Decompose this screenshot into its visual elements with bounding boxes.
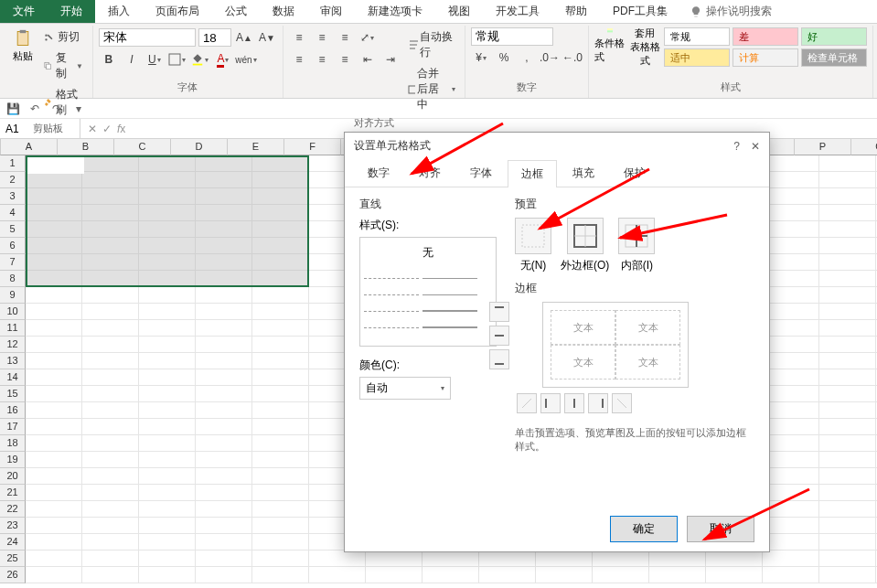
border-diag2-button[interactable] (612, 393, 632, 413)
font-size-select[interactable] (198, 28, 231, 47)
italic-button[interactable]: I (122, 49, 142, 69)
cell[interactable] (819, 320, 876, 337)
align-left-button[interactable]: ≡ (289, 49, 309, 69)
row-header[interactable]: 9 (0, 287, 26, 304)
border-hmid-button[interactable] (489, 326, 509, 346)
accounting-button[interactable]: ¥▾ (471, 48, 491, 68)
cell[interactable] (366, 567, 422, 583)
format-table-button[interactable]: 套用 表格格式 (629, 27, 660, 64)
cancel-button[interactable]: 取消 (687, 516, 754, 542)
cell[interactable] (649, 551, 706, 567)
row-header[interactable]: 5 (0, 221, 26, 238)
cell[interactable] (82, 551, 139, 567)
cell[interactable] (196, 485, 252, 501)
increase-indent-button[interactable]: ⇥ (380, 49, 401, 69)
cell[interactable] (82, 320, 139, 337)
cell[interactable] (536, 551, 593, 567)
cell[interactable] (763, 287, 819, 304)
cell[interactable] (26, 287, 82, 304)
cell[interactable] (196, 551, 252, 567)
cell[interactable] (593, 551, 649, 567)
row-header[interactable]: 19 (0, 452, 26, 468)
border-preview[interactable]: 文本 文本 文本 文本 (542, 302, 689, 388)
cell[interactable] (819, 238, 876, 254)
cell[interactable] (82, 501, 139, 518)
cell[interactable] (139, 402, 196, 419)
cell[interactable] (763, 501, 819, 518)
cell[interactable] (26, 353, 82, 369)
row-header[interactable]: 4 (0, 205, 26, 221)
increase-decimal-button[interactable]: .0→ (540, 48, 560, 68)
col-header[interactable]: Q (851, 139, 877, 155)
tab-layout[interactable]: 页面布局 (143, 0, 212, 23)
cell[interactable] (763, 188, 819, 205)
cell[interactable] (82, 287, 139, 304)
cell[interactable] (706, 567, 763, 583)
copy-button[interactable]: 复制▼ (39, 48, 87, 83)
cell[interactable] (819, 287, 876, 304)
row-header[interactable]: 17 (0, 419, 26, 435)
font-name-select[interactable] (99, 28, 196, 47)
cell[interactable] (139, 304, 196, 320)
cell[interactable] (819, 551, 876, 567)
number-format-select[interactable] (471, 27, 553, 46)
cell[interactable] (139, 419, 196, 435)
cell[interactable] (366, 551, 422, 567)
bold-button[interactable]: B (99, 49, 119, 69)
cell[interactable] (252, 534, 309, 551)
cell[interactable] (763, 337, 819, 353)
cell[interactable] (196, 320, 252, 337)
row-header[interactable]: 11 (0, 320, 26, 337)
border-bottom-button[interactable] (489, 349, 509, 369)
cell[interactable] (479, 551, 536, 567)
cell[interactable] (139, 353, 196, 369)
row-header[interactable]: 21 (0, 485, 26, 501)
underline-button[interactable]: U▾ (144, 49, 165, 69)
cell[interactable] (819, 172, 876, 188)
style-option-none[interactable]: 无 (364, 241, 492, 264)
row-header[interactable]: 1 (0, 155, 26, 172)
cell[interactable] (252, 304, 309, 320)
row-header[interactable]: 16 (0, 402, 26, 419)
fb-cancel[interactable]: ✕ (88, 123, 97, 135)
cell[interactable] (819, 221, 876, 238)
cell[interactable] (819, 567, 876, 583)
cell[interactable] (139, 468, 196, 485)
tab-data[interactable]: 数据 (260, 0, 307, 23)
tab-pdf[interactable]: PDF工具集 (600, 0, 680, 23)
cell[interactable] (196, 419, 252, 435)
cell[interactable] (26, 567, 82, 583)
cell[interactable] (819, 518, 876, 534)
paste-button[interactable]: 粘贴 (9, 27, 36, 64)
phonetic-button[interactable]: wén▾ (236, 49, 256, 69)
cell[interactable] (763, 551, 819, 567)
cell[interactable] (252, 386, 309, 402)
cell[interactable] (252, 567, 309, 583)
cell[interactable] (82, 518, 139, 534)
cell[interactable] (139, 501, 196, 518)
dialog-close-button[interactable]: ✕ (751, 140, 760, 153)
cell[interactable] (819, 435, 876, 452)
wrap-text-button[interactable]: 自动换行 (404, 27, 459, 62)
cell[interactable] (763, 485, 819, 501)
cell[interactable] (252, 337, 309, 353)
cell[interactable] (82, 402, 139, 419)
cell[interactable] (763, 353, 819, 369)
row-header[interactable]: 22 (0, 501, 26, 518)
dtab-fill[interactable]: 填充 (559, 159, 608, 187)
cell[interactable] (82, 468, 139, 485)
row-header[interactable]: 12 (0, 337, 26, 353)
row-header[interactable]: 6 (0, 238, 26, 254)
cell[interactable] (26, 320, 82, 337)
cell[interactable] (763, 221, 819, 238)
tab-formulas[interactable]: 公式 (212, 0, 260, 23)
cell[interactable] (819, 419, 876, 435)
preset-inside-button[interactable]: 内部(I) (618, 218, 655, 273)
cell[interactable] (26, 402, 82, 419)
cell[interactable] (26, 369, 82, 386)
comma-button[interactable]: , (517, 48, 537, 68)
fill-color-button[interactable]: ▾ (190, 49, 210, 69)
qat-redo[interactable]: ↷ (49, 102, 64, 116)
row-header[interactable]: 25 (0, 551, 26, 567)
tab-newtab[interactable]: 新建选项卡 (355, 0, 435, 23)
